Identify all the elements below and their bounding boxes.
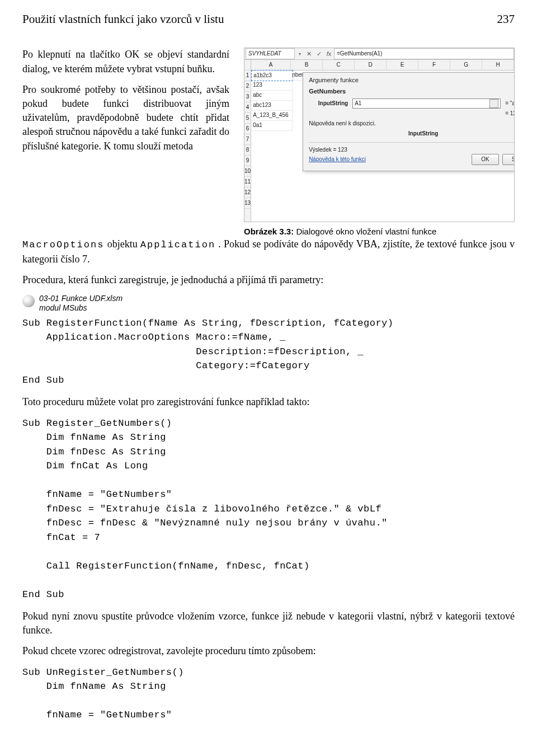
page-header: Použití vlastních funkcí jako vzorců v l… [22,11,515,27]
row-header-cell[interactable]: 11 [244,177,251,187]
dialog-divider [309,142,515,143]
text-run: objektu [107,238,140,250]
name-box[interactable]: SVYHLEDAT [246,48,295,59]
inline-code: Application [140,240,215,250]
row-header-cell[interactable]: 7 [244,134,251,145]
formula-input[interactable]: =GetNumbers(A1) [334,48,514,59]
dialog-function-name: GetNumbers [309,87,515,96]
cell-a4[interactable]: abc123 [251,100,293,111]
dialog-result-label: Výsledek = 123 [309,146,515,154]
row-header-cell[interactable]: 10 [244,166,251,177]
result-preview: = 123 [505,110,515,118]
param-value-text: A1 [355,100,361,107]
cancel-icon[interactable]: ✕ [304,50,314,58]
excel-screenshot: SVYHLEDAT ▾ ✕ ✓ fx =GetNumbers(A1) 1 2 3… [244,48,515,222]
cell-a1[interactable]: a1b2c3 [251,70,293,81]
column-header-cell[interactable]: I [514,60,515,70]
column-headers: A B C D E F G H I [251,60,515,71]
range-picker-icon[interactable] [489,99,498,108]
body-paragraph: Pokud nyní znovu spustíte průvodce vlože… [22,609,515,637]
cd-module-line: modul MSubs [39,303,123,313]
accept-icon[interactable]: ✓ [314,50,324,58]
row-header-cell[interactable]: 2 [244,81,251,92]
inline-code: MacroOptions [22,240,104,250]
body-paragraph: Pro soukromé potřeby to většinou postačí… [22,83,229,153]
param-eval: = "a1b2c3" [505,100,515,107]
column-header-cell[interactable]: A [251,60,291,70]
column-header-cell[interactable]: E [387,60,418,70]
header-title: Použití vlastních funkcí jako vzorců v l… [22,11,224,27]
column-header-cell[interactable]: B [291,60,323,70]
row-headers: 1 2 3 4 5 6 7 8 9 10 11 12 13 [244,60,251,222]
page-number: 237 [497,11,515,27]
cancel-button[interactable]: Storno [502,154,515,165]
row-header-cell[interactable]: 8 [244,145,251,156]
body-paragraph: Po klepnutí na tlačítko OK se objeví sta… [22,48,229,76]
body-paragraph: MacroOptions objektu Application . Pokud… [22,237,515,266]
caption-label: Obrázek 3.3: [244,227,294,236]
row-header-cell[interactable]: 6 [244,124,251,134]
row-header-cell[interactable]: 12 [244,187,251,198]
column-header-cell[interactable]: H [482,60,514,70]
code-block: Sub RegisterFunction(fName As String, fD… [22,316,515,388]
body-paragraph: Pokud chcete vzorec odregistrovat, zavol… [22,644,515,658]
column-header-cell[interactable]: D [355,60,387,70]
row-header-cell[interactable]: 4 [244,102,251,113]
dialog-help-note: Nápověda není k dispozici. [309,120,515,128]
fx-icon[interactable]: fx [324,50,334,58]
row-header-cell[interactable]: 13 [244,198,251,209]
cell-a5[interactable]: A_123_B_456 [251,110,293,121]
code-block: Sub UnRegister_GetNumbers() Dim fnName A… [22,665,515,722]
param-label: InputString [309,100,348,107]
row-header-cell[interactable]: 3 [244,92,251,102]
cd-file-line: 03-01 Funkce UDF.xlsm [39,294,123,303]
ok-button[interactable]: OK [472,154,498,165]
function-arguments-dialog: Argumenty funkce ? ✕ GetNumbers InputStr… [303,72,515,171]
body-paragraph: Procedura, která funkci zaregistruje, je… [22,273,515,287]
formula-bar: SVYHLEDAT ▾ ✕ ✓ fx =GetNumbers(A1) [244,48,514,60]
body-paragraph: Toto proceduru můžete volat pro zaregist… [22,395,515,409]
param-input[interactable]: A1 [352,98,501,109]
code-block: Sub Register_GetNumbers() Dim fnName As … [22,416,515,602]
cell-a2[interactable]: 123 [251,80,293,91]
row-header-cell[interactable]: 1 [244,71,251,81]
text-run: Pro soukromé potřeby to většinou postačí… [22,84,229,152]
dialog-help-link[interactable]: Nápověda k této funkci [309,156,366,163]
column-header-cell[interactable]: C [323,60,355,70]
cell-a6[interactable]: 0a1 [251,120,293,131]
dialog-title: Argumenty funkce [309,76,359,85]
cell-a3[interactable]: abc [251,90,293,101]
cd-reference: 03-01 Funkce UDF.xlsm modul MSubs [22,294,515,313]
name-box-dropdown-icon[interactable]: ▾ [296,51,304,57]
column-header-cell[interactable]: G [450,60,482,70]
dialog-param-highlight: InputString [309,130,515,138]
column-header-cell[interactable]: F [418,60,450,70]
row-header-cell[interactable]: 5 [244,113,251,124]
row-header-cell[interactable]: 9 [244,156,251,166]
caption-text: Dialogové okno vložení vlastní funkce [294,227,436,236]
figure-caption: Obrázek 3.3: Dialogové okno vložení vlas… [244,226,515,237]
cd-icon [22,295,35,307]
